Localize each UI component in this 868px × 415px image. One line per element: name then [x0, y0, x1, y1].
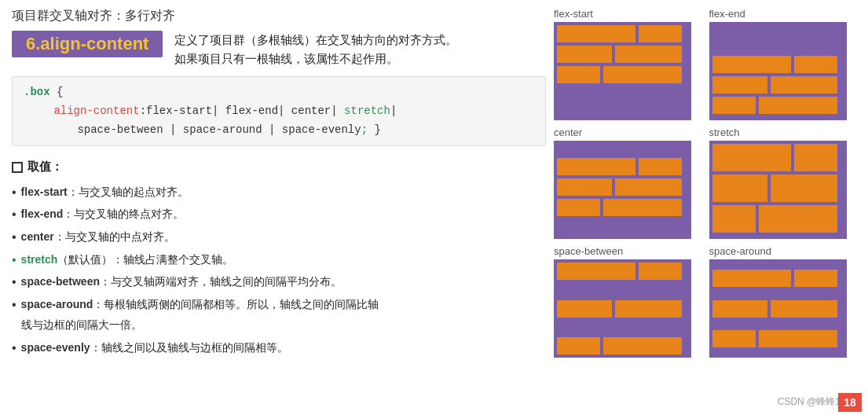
v2-sep: ：与交叉轴的终点对齐。 — [63, 208, 184, 220]
right-panel: flex-start flex-end — [554, 8, 856, 407]
values-section: 取值： • flex-start：与交叉轴的起点对齐。 • flex-end：与… — [12, 156, 546, 359]
v6-name: space-around — [21, 298, 93, 310]
diagrams-row-2: center stretch — [554, 127, 856, 239]
v5-name: space-between — [21, 275, 100, 288]
visual-center — [554, 141, 691, 239]
v4-name: stretch — [21, 253, 58, 266]
visual-flex-start — [554, 22, 691, 120]
value-item-space-around: • space-around：每根轴线两侧的间隔都相等。所以，轴线之间的间隔比轴… — [12, 294, 546, 336]
diagram-flex-start: flex-start — [554, 8, 701, 120]
checkbox-icon — [12, 162, 23, 173]
top-title-row: 项目群交叉轴对齐：多行对齐 — [12, 8, 546, 24]
label-stretch: stretch — [709, 127, 857, 138]
section-description: 定义了项目群（多根轴线）在交叉轴方向的对齐方式。 如果项目只有一根轴线，该属性不… — [174, 31, 546, 68]
diagram-space-around: space-around — [709, 245, 857, 358]
visual-stretch — [709, 141, 847, 239]
diagrams-row-3: space-between space-around — [554, 245, 856, 358]
diagram-flex-end: flex-end — [709, 8, 857, 120]
visual-flex-end — [709, 22, 847, 120]
values-title-text: 取值： — [27, 156, 63, 178]
visual-space-around — [709, 259, 847, 358]
value-item-stretch: • stretch（默认值）：轴线占满整个交叉轴。 — [12, 249, 546, 270]
code-brace-open: { — [57, 86, 63, 98]
v7-sep: ：轴线之间以及轴线与边框的间隔相等。 — [90, 341, 288, 354]
v6-cont: 线与边框的间隔大一倍。 — [21, 318, 142, 331]
v7-name: space-evenly — [21, 341, 90, 354]
v4-sep: （默认值）：轴线占满整个交叉轴。 — [57, 253, 233, 266]
v1-name: flex-start — [21, 185, 68, 198]
page-number: 18 — [838, 393, 862, 412]
code-block: .box { align-content:flex-start| flex-en… — [12, 76, 546, 146]
code-stretch: stretch — [344, 105, 390, 117]
diagram-stretch: stretch — [709, 127, 857, 239]
diagram-center: center — [554, 127, 701, 239]
main-container: 项目群交叉轴对齐：多行对齐 6.align-content 定义了项目群（多根轴… — [0, 0, 868, 415]
left-panel: 项目群交叉轴对齐：多行对齐 6.align-content 定义了项目群（多根轴… — [12, 8, 546, 407]
diagrams-row-1: flex-start flex-end — [554, 8, 856, 120]
label-space-around: space-around — [709, 245, 857, 257]
diagram-space-between: space-between — [554, 245, 701, 358]
v5-sep: ：与交叉轴两端对齐，轴线之间的间隔平均分布。 — [100, 275, 342, 288]
v6-sep: ：每根轴线两侧的间隔都相等。所以，轴线之间的间隔比轴 — [93, 298, 379, 310]
desc-line2: 如果项目只有一根轴线，该属性不起作用。 — [174, 52, 398, 65]
value-item-space-between: • space-between：与交叉轴两端对齐，轴线之间的间隔平均分布。 — [12, 271, 546, 292]
value-item-center: • center：与交叉轴的中点对齐。 — [12, 226, 546, 248]
label-center: center — [554, 127, 701, 138]
v3-sep: ：与交叉轴的中点对齐。 — [54, 230, 175, 243]
page-subtitle: 项目群交叉轴对齐：多行对齐 — [12, 8, 175, 24]
v3-name: center — [21, 230, 54, 243]
value-item-flex-start: • flex-start：与交叉轴的起点对齐。 — [12, 182, 546, 203]
code-values1: flex-start| flex-end| center| — [146, 105, 344, 117]
v1-sep: ：与交叉轴的起点对齐。 — [68, 185, 189, 198]
visual-space-between — [554, 259, 691, 358]
value-item-space-evenly: • space-evenly：轴线之间以及轴线与边框的间隔相等。 — [12, 337, 546, 358]
label-flex-end: flex-end — [709, 8, 857, 20]
section-badge: 6.align-content — [12, 31, 163, 57]
value-item-flex-end: • flex-end：与交叉轴的终点对齐。 — [12, 204, 546, 225]
v2-name: flex-end — [21, 208, 64, 220]
values-title: 取值： — [12, 156, 546, 178]
code-property: align-content — [53, 105, 139, 117]
desc-line1: 定义了项目群（多根轴线）在交叉轴方向的对齐方式。 — [174, 33, 457, 46]
code-values2: space-between | space-around | space-eve… — [77, 123, 361, 136]
label-space-between: space-between — [554, 245, 701, 257]
label-flex-start: flex-start — [554, 8, 701, 20]
code-selector: .box — [24, 86, 50, 98]
